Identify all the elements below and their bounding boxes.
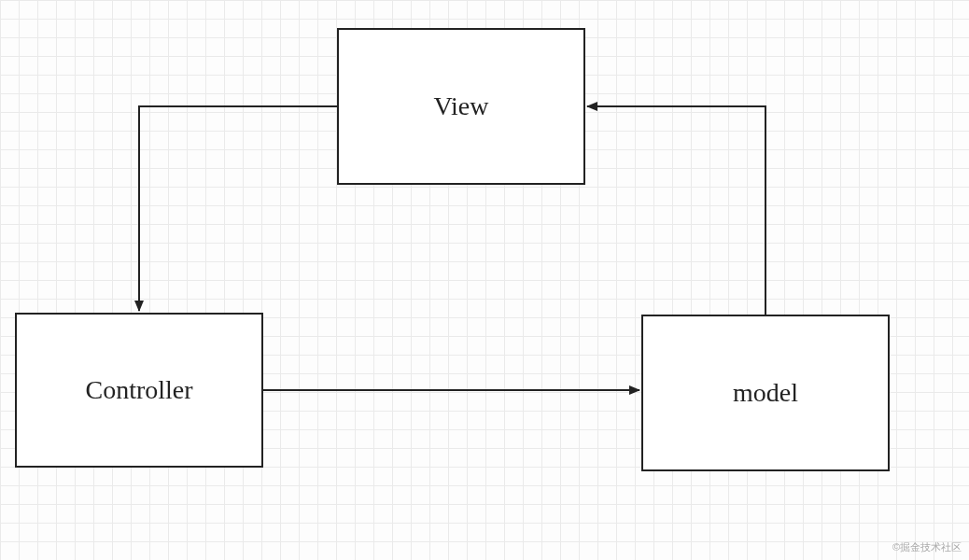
watermark: ©掘金技术社区 (892, 540, 962, 554)
node-view: View (337, 28, 585, 185)
edge-model-to-view (587, 106, 765, 315)
node-view-label: View (434, 91, 489, 121)
edge-view-to-controller (139, 106, 337, 311)
node-model-label: model (733, 378, 798, 408)
node-controller: Controller (15, 313, 263, 468)
node-model: model (641, 315, 890, 471)
node-controller-label: Controller (85, 375, 192, 405)
